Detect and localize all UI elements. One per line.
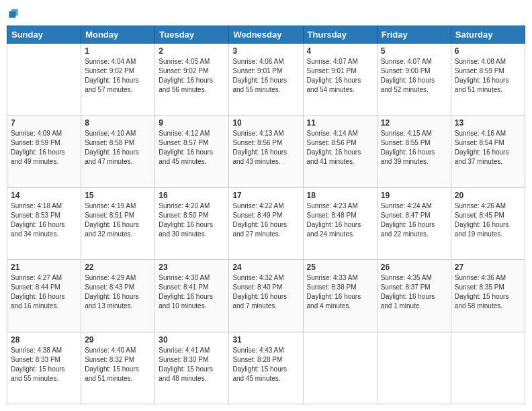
day-info: Sunrise: 4:04 AM Sunset: 9:02 PM Dayligh…	[85, 57, 151, 95]
calendar-cell: 7Sunrise: 4:09 AM Sunset: 8:59 PM Daylig…	[7, 116, 81, 187]
day-info: Sunrise: 4:35 AM Sunset: 8:37 PM Dayligh…	[381, 273, 447, 311]
day-number: 8	[85, 118, 151, 128]
day-number: 17	[232, 191, 299, 200]
svg-marker-1	[9, 11, 15, 18]
week-row-4: 21Sunrise: 4:27 AM Sunset: 8:44 PM Dayli…	[7, 260, 525, 332]
day-info: Sunrise: 4:16 AM Sunset: 8:54 PM Dayligh…	[455, 129, 521, 167]
day-info: Sunrise: 4:43 AM Sunset: 8:28 PM Dayligh…	[232, 346, 299, 383]
weekday-header-row: SundayMondayTuesdayWednesdayThursdayFrid…	[7, 26, 525, 44]
day-number: 13	[455, 118, 521, 128]
header	[7, 7, 525, 20]
week-row-2: 7Sunrise: 4:09 AM Sunset: 8:59 PM Daylig…	[7, 116, 525, 187]
calendar-cell: 31Sunrise: 4:43 AM Sunset: 8:28 PM Dayli…	[229, 332, 303, 404]
day-info: Sunrise: 4:09 AM Sunset: 8:59 PM Dayligh…	[11, 129, 77, 167]
day-info: Sunrise: 4:22 AM Sunset: 8:49 PM Dayligh…	[232, 201, 299, 239]
weekday-header-friday: Friday	[377, 26, 451, 44]
calendar-cell: 16Sunrise: 4:20 AM Sunset: 8:50 PM Dayli…	[155, 187, 229, 259]
day-info: Sunrise: 4:32 AM Sunset: 8:40 PM Dayligh…	[232, 273, 299, 311]
day-info: Sunrise: 4:20 AM Sunset: 8:50 PM Dayligh…	[159, 201, 225, 239]
calendar-cell: 29Sunrise: 4:40 AM Sunset: 8:32 PM Dayli…	[81, 332, 155, 404]
day-info: Sunrise: 4:41 AM Sunset: 8:30 PM Dayligh…	[159, 346, 225, 383]
weekday-header-monday: Monday	[81, 26, 155, 44]
day-number: 2	[159, 46, 225, 56]
week-row-3: 14Sunrise: 4:18 AM Sunset: 8:53 PM Dayli…	[7, 187, 525, 259]
day-info: Sunrise: 4:27 AM Sunset: 8:44 PM Dayligh…	[11, 273, 77, 311]
day-info: Sunrise: 4:06 AM Sunset: 9:01 PM Dayligh…	[232, 57, 299, 95]
calendar-cell: 20Sunrise: 4:26 AM Sunset: 8:45 PM Dayli…	[451, 187, 525, 259]
day-number: 19	[381, 191, 447, 200]
calendar-cell: 10Sunrise: 4:13 AM Sunset: 8:56 PM Dayli…	[229, 116, 303, 187]
calendar-cell	[303, 332, 377, 404]
day-info: Sunrise: 4:07 AM Sunset: 9:00 PM Dayligh…	[381, 57, 447, 95]
weekday-header-tuesday: Tuesday	[155, 26, 229, 44]
day-number: 15	[85, 191, 151, 200]
day-info: Sunrise: 4:18 AM Sunset: 8:53 PM Dayligh…	[11, 201, 77, 239]
calendar-cell: 22Sunrise: 4:29 AM Sunset: 8:43 PM Dayli…	[81, 260, 155, 332]
calendar-cell: 6Sunrise: 4:08 AM Sunset: 8:59 PM Daylig…	[451, 44, 525, 116]
day-number: 10	[232, 118, 299, 128]
calendar-cell: 25Sunrise: 4:33 AM Sunset: 8:38 PM Dayli…	[303, 260, 377, 332]
calendar-cell: 26Sunrise: 4:35 AM Sunset: 8:37 PM Dayli…	[377, 260, 451, 332]
calendar-cell: 11Sunrise: 4:14 AM Sunset: 8:56 PM Dayli…	[303, 116, 377, 187]
day-number: 21	[11, 263, 77, 272]
logo-icon	[7, 7, 20, 20]
day-info: Sunrise: 4:08 AM Sunset: 8:59 PM Dayligh…	[455, 57, 521, 95]
day-info: Sunrise: 4:38 AM Sunset: 8:33 PM Dayligh…	[11, 346, 77, 383]
calendar-cell: 15Sunrise: 4:19 AM Sunset: 8:51 PM Dayli…	[81, 187, 155, 259]
day-info: Sunrise: 4:29 AM Sunset: 8:43 PM Dayligh…	[85, 273, 151, 311]
day-number: 3	[232, 46, 299, 56]
day-number: 4	[307, 46, 373, 56]
week-row-1: 1Sunrise: 4:04 AM Sunset: 9:02 PM Daylig…	[7, 44, 525, 116]
calendar-cell: 12Sunrise: 4:15 AM Sunset: 8:55 PM Dayli…	[377, 116, 451, 187]
week-row-5: 28Sunrise: 4:38 AM Sunset: 8:33 PM Dayli…	[7, 332, 525, 404]
calendar-cell: 24Sunrise: 4:32 AM Sunset: 8:40 PM Dayli…	[229, 260, 303, 332]
calendar-cell	[7, 44, 81, 116]
calendar-cell: 9Sunrise: 4:12 AM Sunset: 8:57 PM Daylig…	[155, 116, 229, 187]
day-number: 6	[455, 46, 521, 56]
calendar-cell: 28Sunrise: 4:38 AM Sunset: 8:33 PM Dayli…	[7, 332, 81, 404]
day-number: 18	[307, 191, 373, 200]
calendar-table: SundayMondayTuesdayWednesdayThursdayFrid…	[7, 26, 525, 404]
calendar-cell: 4Sunrise: 4:07 AM Sunset: 9:01 PM Daylig…	[303, 44, 377, 116]
calendar-cell: 23Sunrise: 4:30 AM Sunset: 8:41 PM Dayli…	[155, 260, 229, 332]
day-number: 14	[11, 191, 77, 200]
calendar-cell	[451, 332, 525, 404]
day-number: 29	[85, 335, 151, 345]
calendar-cell: 30Sunrise: 4:41 AM Sunset: 8:30 PM Dayli…	[155, 332, 229, 404]
day-info: Sunrise: 4:23 AM Sunset: 8:48 PM Dayligh…	[307, 201, 373, 239]
day-info: Sunrise: 4:40 AM Sunset: 8:32 PM Dayligh…	[85, 346, 151, 383]
calendar-cell: 2Sunrise: 4:05 AM Sunset: 9:02 PM Daylig…	[155, 44, 229, 116]
calendar-cell: 17Sunrise: 4:22 AM Sunset: 8:49 PM Dayli…	[229, 187, 303, 259]
day-info: Sunrise: 4:12 AM Sunset: 8:57 PM Dayligh…	[159, 129, 225, 167]
calendar-cell: 5Sunrise: 4:07 AM Sunset: 9:00 PM Daylig…	[377, 44, 451, 116]
day-info: Sunrise: 4:05 AM Sunset: 9:02 PM Dayligh…	[159, 57, 225, 95]
calendar-cell: 18Sunrise: 4:23 AM Sunset: 8:48 PM Dayli…	[303, 187, 377, 259]
calendar-cell	[377, 332, 451, 404]
calendar-cell: 19Sunrise: 4:24 AM Sunset: 8:47 PM Dayli…	[377, 187, 451, 259]
day-number: 23	[159, 263, 225, 272]
day-number: 9	[159, 118, 225, 128]
calendar-cell: 21Sunrise: 4:27 AM Sunset: 8:44 PM Dayli…	[7, 260, 81, 332]
calendar-cell: 3Sunrise: 4:06 AM Sunset: 9:01 PM Daylig…	[229, 44, 303, 116]
logo	[7, 7, 23, 20]
day-number: 31	[232, 335, 299, 345]
day-info: Sunrise: 4:33 AM Sunset: 8:38 PM Dayligh…	[307, 273, 373, 311]
day-number: 24	[232, 263, 299, 272]
day-info: Sunrise: 4:13 AM Sunset: 8:56 PM Dayligh…	[232, 129, 299, 167]
day-info: Sunrise: 4:30 AM Sunset: 8:41 PM Dayligh…	[159, 273, 225, 311]
day-info: Sunrise: 4:24 AM Sunset: 8:47 PM Dayligh…	[381, 201, 447, 239]
calendar-page: SundayMondayTuesdayWednesdayThursdayFrid…	[0, 0, 532, 411]
calendar-cell: 14Sunrise: 4:18 AM Sunset: 8:53 PM Dayli…	[7, 187, 81, 259]
day-number: 30	[159, 335, 225, 345]
weekday-header-thursday: Thursday	[303, 26, 377, 44]
day-info: Sunrise: 4:10 AM Sunset: 8:58 PM Dayligh…	[85, 129, 151, 167]
calendar-cell: 1Sunrise: 4:04 AM Sunset: 9:02 PM Daylig…	[81, 44, 155, 116]
calendar-cell: 13Sunrise: 4:16 AM Sunset: 8:54 PM Dayli…	[451, 116, 525, 187]
day-number: 5	[381, 46, 447, 56]
day-info: Sunrise: 4:26 AM Sunset: 8:45 PM Dayligh…	[455, 201, 521, 239]
weekday-header-wednesday: Wednesday	[229, 26, 303, 44]
day-number: 12	[381, 118, 447, 128]
day-info: Sunrise: 4:07 AM Sunset: 9:01 PM Dayligh…	[307, 57, 373, 95]
day-info: Sunrise: 4:19 AM Sunset: 8:51 PM Dayligh…	[85, 201, 151, 239]
weekday-header-saturday: Saturday	[451, 26, 525, 44]
